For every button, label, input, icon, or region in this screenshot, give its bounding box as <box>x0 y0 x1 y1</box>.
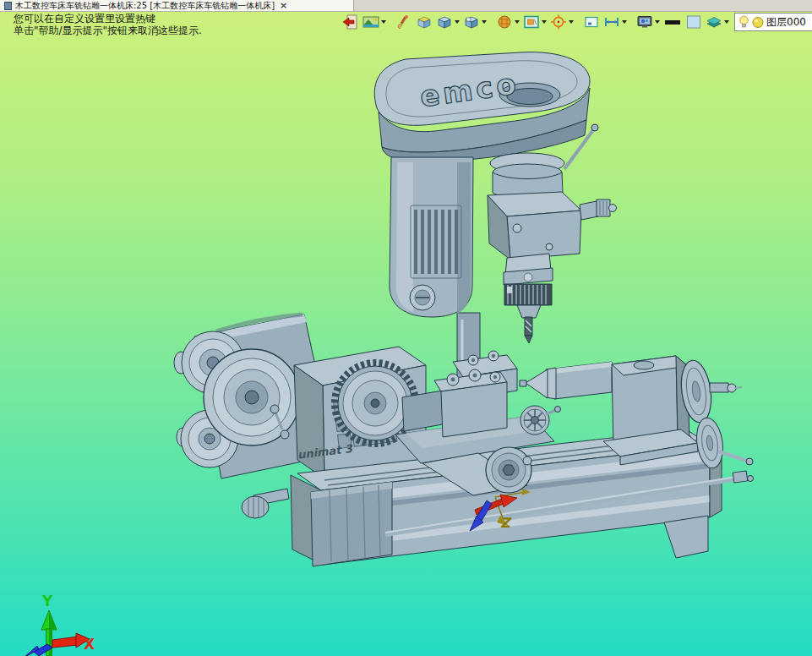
tab-title: 木工数控车床车铣钻雕一体机床:25 [木工数控车床车铣钻雕一体机床] <box>15 0 275 11</box>
tab-close-button[interactable]: × <box>280 2 287 10</box>
machine-model[interactable]: emco <box>0 12 812 656</box>
cad-application-window: 木工数控车床车铣钻雕一体机床:25 [木工数控车床车铣钻雕一体机床] × 您可以… <box>0 0 812 656</box>
document-icon <box>4 2 12 10</box>
tab-bar: 木工数控车床车铣钻雕一体机床:25 [木工数控车床车铣钻雕一体机床] × <box>0 0 812 12</box>
viewport-3d[interactable]: 您可以在自定义设置里设置热键 单击"帮助/显示提示"按钮来取消这些提示. <box>0 12 812 656</box>
document-tab[interactable]: 木工数控车床车铣钻雕一体机床:25 [木工数控车床车铣钻雕一体机床] × <box>0 0 354 11</box>
axis-x-label: X <box>84 636 95 653</box>
world-axes-triad: Y X <box>24 593 95 656</box>
axis-y-label: Y <box>41 593 53 610</box>
